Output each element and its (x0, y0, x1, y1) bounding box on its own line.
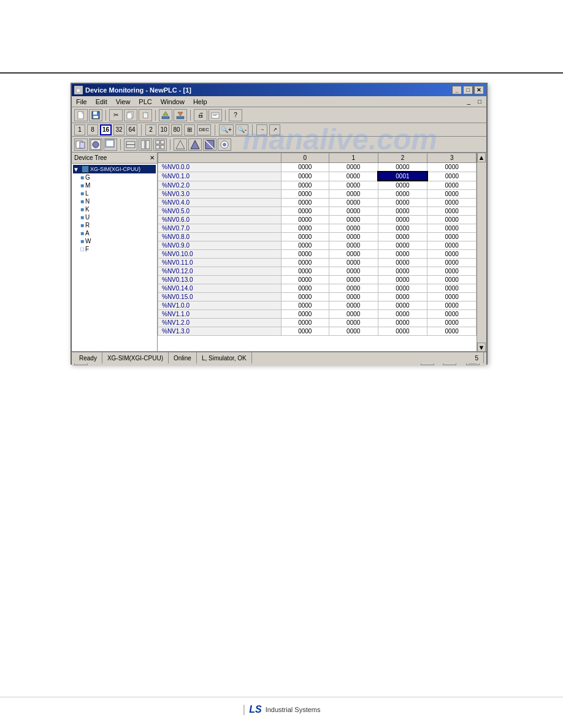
restore-menu-btn[interactable]: □ (478, 98, 481, 105)
grid-cell-value[interactable]: 0000 (281, 319, 329, 327)
table-row[interactable]: %NV0.3.00000000000000000 (158, 190, 477, 199)
grid-cell-value[interactable]: 0000 (427, 267, 477, 276)
grid-cell-value[interactable]: 0000 (281, 190, 329, 199)
num-btn-2[interactable]: 2 (145, 124, 156, 135)
grid-cell-value[interactable]: 0000 (281, 181, 329, 190)
go2-btn[interactable]: ↗ (269, 124, 280, 135)
grid-cell-value[interactable]: 0000 (427, 190, 477, 199)
tree-item-n[interactable]: ■ N (73, 197, 156, 205)
table-row[interactable]: %NV1.2.00000000000000000 (158, 319, 477, 327)
tree-item-m[interactable]: ■ M (73, 181, 156, 189)
grid-cell-value[interactable]: 0000 (329, 241, 378, 250)
grid-cell-value[interactable]: 0000 (329, 172, 378, 181)
grid-cell-value[interactable]: 0000 (378, 207, 427, 216)
tree-item-u[interactable]: ■ U (73, 213, 156, 221)
table-row[interactable]: %NV0.14.00000000000000000 (158, 284, 477, 293)
grid-cell-value[interactable]: 0000 (378, 216, 427, 224)
minimize-menu-btn[interactable]: _ (467, 98, 470, 105)
tree-item-k[interactable]: ■ K (73, 205, 156, 213)
copy-button[interactable] (124, 109, 137, 121)
grid-cell-value[interactable]: 0000 (378, 259, 427, 267)
addr2-btn[interactable] (89, 138, 102, 151)
grid-cell-value[interactable]: 0000 (281, 207, 329, 216)
grid-cell-value[interactable]: 0000 (378, 163, 427, 172)
grid-cell-value[interactable]: 0000 (378, 284, 427, 293)
tree-item-f[interactable]: □ F (73, 245, 156, 253)
grid-cell-value[interactable]: 0000 (281, 284, 329, 293)
grid-cell-value[interactable]: 0000 (427, 276, 477, 284)
upload-button[interactable] (159, 109, 172, 121)
grid-cell-value[interactable]: 0000 (427, 207, 477, 216)
grid-cell-value[interactable]: 0000 (427, 293, 477, 301)
table-row[interactable]: %NV0.13.00000000000000000 (158, 276, 477, 284)
table-row[interactable]: %NV0.12.00000000000000000 (158, 267, 477, 276)
download-button[interactable] (174, 109, 187, 121)
t2-btn7[interactable] (218, 138, 231, 151)
num-btn-32[interactable]: 32 (113, 124, 124, 135)
grid-cell-value[interactable]: 0000 (378, 301, 427, 310)
grid-cell-value[interactable]: 0000 (329, 224, 378, 233)
grid-cell-value[interactable]: 0000 (281, 163, 329, 172)
table-row[interactable]: %NV1.1.00000000000000000 (158, 310, 477, 319)
num-btn-10[interactable]: 10 (158, 124, 169, 135)
grid-cell-value[interactable]: 0000 (329, 327, 378, 336)
grid-cell-value[interactable]: 0000 (427, 250, 477, 259)
addr-btn[interactable] (74, 138, 88, 151)
paste-button[interactable]: 📋 (139, 109, 152, 121)
minimize-button[interactable]: _ (452, 86, 462, 94)
t2-btn2[interactable] (139, 138, 152, 151)
grid-cell-value[interactable]: 0000 (281, 241, 329, 250)
table-row[interactable]: %NV0.5.00000000000000000 (158, 207, 477, 216)
grid-cell-value[interactable]: 0000 (378, 224, 427, 233)
scroll-up-btn[interactable]: ▲ (477, 153, 486, 162)
tree-item-l[interactable]: ■ L (73, 189, 156, 197)
table-row[interactable]: %NV0.10.00000000000000000 (158, 250, 477, 259)
menu-item-window[interactable]: Window (159, 97, 186, 106)
grid-cell-value[interactable]: 0000 (329, 301, 378, 310)
close-button[interactable]: ✕ (474, 86, 484, 94)
grid-cell-value[interactable]: 0000 (427, 259, 477, 267)
grid-cell-value[interactable]: 0000 (281, 233, 329, 241)
grid-cell-value[interactable]: 0000 (378, 250, 427, 259)
new-button[interactable] (74, 109, 88, 121)
grid-cell-value[interactable]: 0000 (427, 241, 477, 250)
grid-cell-value[interactable]: 0000 (329, 259, 378, 267)
grid-cell-value[interactable]: 0000 (378, 267, 427, 276)
num-btn-64[interactable]: 64 (126, 124, 137, 135)
table-row[interactable]: %NV0.0.00000000000000000 (158, 163, 477, 172)
table-row[interactable]: %NV1.3.00000000000000000 (158, 327, 477, 336)
tree-root-item[interactable]: ▼ XG-SIM(XGI-CPUU) (73, 165, 156, 173)
grid-cell-value[interactable]: 0000 (329, 199, 378, 207)
grid-cell-value[interactable]: 0000 (329, 163, 378, 172)
num-btn-b3[interactable]: DEC (197, 124, 211, 135)
num-btn-b1[interactable]: 80 (171, 124, 182, 135)
grid-cell-value[interactable]: 0000 (427, 284, 477, 293)
t2-btn1[interactable] (124, 138, 137, 151)
grid-cell-value[interactable]: 0000 (281, 199, 329, 207)
tree-item-w[interactable]: ■ W (73, 237, 156, 245)
title-bar-controls[interactable]: _ □ ✕ (452, 86, 484, 94)
grid-cell-value[interactable]: 0000 (378, 327, 427, 336)
grid-cell-value[interactable]: 0000 (378, 181, 427, 190)
grid-cell-value[interactable]: 0000 (281, 259, 329, 267)
grid-cell-value[interactable]: 0000 (329, 250, 378, 259)
grid-cell-value[interactable]: 0000 (329, 233, 378, 241)
tree-item-r[interactable]: ■ R (73, 221, 156, 229)
table-row[interactable]: %NV0.1.00000000000010000 (158, 172, 477, 181)
grid-cell-value[interactable]: 0000 (427, 327, 477, 336)
grid-cell-value[interactable]: 0000 (427, 319, 477, 327)
grid-cell-value[interactable]: 0000 (281, 310, 329, 319)
grid-cell-value[interactable]: 0000 (427, 216, 477, 224)
grid-cell-value[interactable]: 0000 (427, 301, 477, 310)
menu-item-plc[interactable]: PLC (137, 97, 153, 106)
t2-btn4[interactable] (174, 138, 187, 151)
menu-item-edit[interactable]: Edit (94, 97, 109, 106)
help-button[interactable]: ? (229, 109, 242, 121)
cut-button[interactable]: ✂ (109, 109, 123, 121)
t2-btn5[interactable] (188, 138, 202, 151)
grid-cell-value[interactable]: 0000 (281, 293, 329, 301)
num-btn-16[interactable]: 16 (100, 124, 112, 135)
grid-cell-value[interactable]: 0001 (378, 172, 427, 181)
scrollbar[interactable]: ▲ ▼ (477, 153, 486, 352)
grid-cell-value[interactable]: 0000 (329, 190, 378, 199)
